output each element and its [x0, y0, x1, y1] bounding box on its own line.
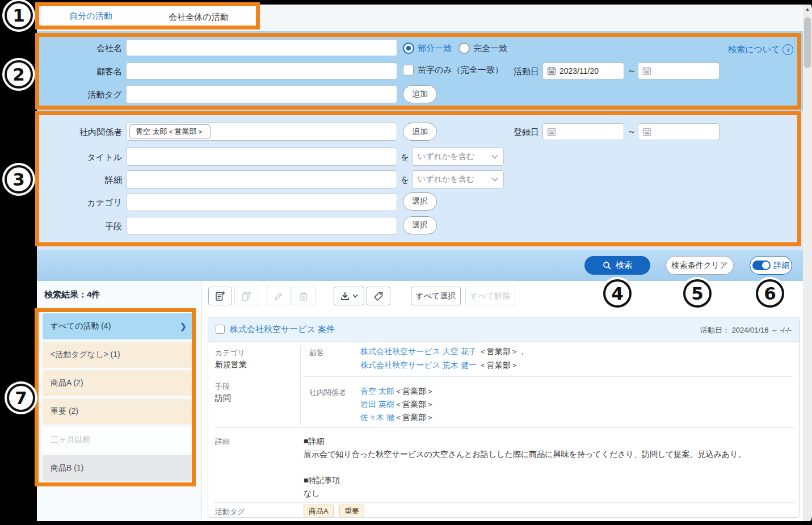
- tag-chip[interactable]: 商品A: [304, 505, 334, 518]
- tag-button[interactable]: [367, 287, 390, 305]
- card-category-value: 新規営業: [215, 360, 247, 370]
- staff-link[interactable]: 青空 太郎: [360, 387, 394, 396]
- method-label: 手段: [37, 221, 122, 232]
- annotation-number-4: 4: [603, 279, 632, 308]
- company-name-input[interactable]: [126, 39, 397, 56]
- calendar-icon: [547, 127, 556, 136]
- tag-chip[interactable]: 重要: [339, 505, 364, 518]
- add-staff-button[interactable]: 追加: [403, 123, 437, 141]
- search-button[interactable]: 検索: [584, 256, 650, 275]
- method-input[interactable]: [126, 217, 397, 235]
- detail-line: ■特記事項: [304, 474, 786, 487]
- copy-activity-button[interactable]: [234, 287, 258, 305]
- card-activity-date-label: 活動日：: [700, 326, 730, 334]
- detail-condition-value: いずれかを含む: [418, 174, 474, 184]
- deselect-all-label: すべて解除: [470, 291, 511, 301]
- calendar-icon: [642, 66, 651, 75]
- title-condition-select[interactable]: いずれかを含む: [412, 148, 504, 166]
- sidebar-item-product-a[interactable]: 商品A (2): [43, 370, 193, 396]
- about-search-link[interactable]: 検索について i: [728, 44, 793, 55]
- title-label: タイトル: [37, 152, 122, 163]
- registered-date-to-input[interactable]: [638, 123, 720, 140]
- card-method-label: 手段: [215, 381, 230, 392]
- deselect-all-button[interactable]: すべて解除: [465, 287, 515, 305]
- staff-dept: ＜営業部＞: [394, 400, 434, 409]
- radio-off-icon: [458, 43, 470, 54]
- staff-line: 佐々木 徹＜営業部＞: [360, 413, 434, 423]
- card-detail-label: 詳細: [215, 436, 230, 447]
- annotation-number-2: 2: [5, 60, 33, 89]
- category-label: カテゴリ: [37, 198, 122, 208]
- customer-link[interactable]: 株式会社秋空サービス 大空 花子: [360, 347, 477, 356]
- activity-date-label: 活動日: [514, 66, 539, 77]
- delete-activity-button[interactable]: [292, 287, 315, 305]
- calendar-icon: [642, 127, 651, 136]
- sidebar-item-three-months-ago[interactable]: 三ヶ月以前: [43, 427, 193, 453]
- activity-date-to-input[interactable]: [638, 62, 720, 79]
- detail-condition-select[interactable]: いずれかを含む: [412, 170, 504, 188]
- staff-link[interactable]: 佐々木 徹: [360, 413, 394, 422]
- scrollbar-thumb[interactable]: [804, 17, 811, 68]
- match-exact-radio[interactable]: 完全一致: [458, 43, 507, 54]
- new-activity-button[interactable]: [208, 287, 232, 305]
- add-tag-button[interactable]: 追加: [403, 85, 437, 103]
- sidebar-item-label: <活動タグなし> (1): [51, 350, 120, 360]
- activity-date-from-value: 2023/11/20: [559, 66, 599, 75]
- detail-input[interactable]: [126, 170, 397, 188]
- customer-name-input[interactable]: [126, 62, 397, 79]
- activity-tag-input[interactable]: [126, 85, 397, 103]
- select-category-button[interactable]: 選択: [403, 192, 437, 211]
- activity-date-from-input[interactable]: 2023/11/20: [542, 62, 624, 79]
- card-activity-date: 活動日： 2024/01/16 ～ -/-/-: [700, 325, 792, 335]
- scroll-up-icon[interactable]: ▲: [803, 6, 812, 12]
- tab-company-activities[interactable]: 会社全体の活動: [139, 5, 258, 30]
- divider: [302, 376, 793, 377]
- annotation-number-1: 1: [5, 1, 33, 30]
- card-checkbox[interactable]: [216, 325, 225, 334]
- staff-chip[interactable]: 青空 太郎＜営業部＞: [129, 124, 211, 139]
- clear-conditions-button[interactable]: 検索条件クリア: [666, 256, 734, 275]
- select-method-button[interactable]: 選択: [403, 216, 437, 234]
- about-search-label: 検索について: [728, 44, 780, 55]
- staff-dept: ＜営業部＞: [394, 387, 434, 396]
- chevron-down-icon: [352, 294, 358, 298]
- activity-tag-label: 活動タグ: [37, 90, 122, 100]
- radio-on-icon: [403, 43, 414, 54]
- category-input[interactable]: [126, 193, 397, 211]
- surname-only-label: 苗字のみ（完全一致）: [418, 65, 503, 75]
- title-input[interactable]: [126, 148, 397, 166]
- annotation-number-5: 5: [683, 279, 712, 308]
- sidebar-item-label: 三ヶ月以前: [51, 435, 90, 445]
- detail-toggle[interactable]: 詳細: [750, 256, 792, 275]
- add-tag-button-label: 追加: [412, 89, 428, 99]
- tab-my-activities[interactable]: 自分の活動: [43, 5, 139, 30]
- sidebar-item-label: 商品A (2): [51, 378, 83, 388]
- sidebar-item-product-b[interactable]: 商品B (1): [43, 455, 193, 481]
- company-name-label: 会社名: [37, 43, 122, 54]
- card-category-label: カテゴリ: [215, 348, 245, 358]
- clear-conditions-label: 検索条件クリア: [672, 261, 728, 271]
- calendar-icon: [547, 66, 556, 75]
- sidebar-item-no-tag[interactable]: <活動タグなし> (1): [43, 342, 193, 368]
- card-title-link[interactable]: 株式会社秋空サービス 案件: [230, 324, 335, 335]
- select-all-button[interactable]: すべて選択: [411, 287, 461, 305]
- sidebar-item-all-activities[interactable]: すべての活動 (4) ❯: [43, 313, 193, 339]
- download-button[interactable]: [334, 287, 364, 305]
- surname-only-checkbox[interactable]: 苗字のみ（完全一致）: [403, 65, 503, 75]
- staff-link[interactable]: 岩田 英樹: [360, 400, 394, 409]
- match-partial-radio[interactable]: 部分一致: [403, 43, 452, 54]
- registered-date-from-input[interactable]: [542, 123, 624, 140]
- edit-activity-button[interactable]: [267, 287, 291, 305]
- scrollbar[interactable]: ▲: [803, 5, 812, 521]
- customer-link[interactable]: 株式会社秋空サービス 荒木 健一: [360, 360, 477, 369]
- card-tags: 商品A 重要: [304, 505, 368, 518]
- internal-staff-input[interactable]: 青空 太郎＜営業部＞: [126, 123, 397, 141]
- staff-line: 青空 太郎＜営業部＞: [360, 387, 434, 397]
- match-exact-label: 完全一致: [473, 43, 507, 54]
- add-staff-button-label: 追加: [412, 127, 428, 137]
- select-all-label: すべて選択: [416, 291, 456, 301]
- card-detail-text: ■詳細 展示会で知り合った秋空サービスの大空さんとお話しした際に商品に興味を持っ…: [304, 435, 786, 500]
- trash-icon: [298, 291, 309, 302]
- customer-dept: ＜営業部＞: [479, 360, 519, 369]
- sidebar-item-important[interactable]: 重要 (2): [43, 398, 193, 425]
